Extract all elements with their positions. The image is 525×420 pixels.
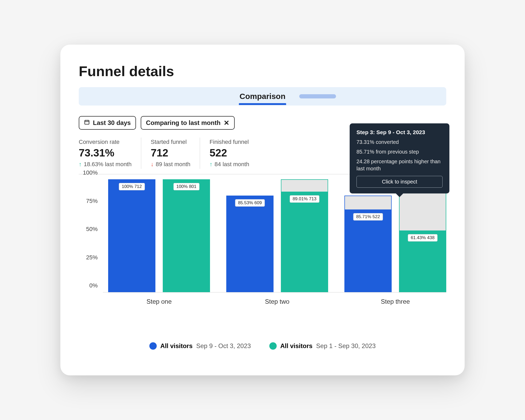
bar-label: 100% 712 xyxy=(119,183,145,190)
legend-item-a[interactable]: All visitors Sep 9 - Oct 3, 2023 xyxy=(149,342,251,350)
bar-label: 100% 801 xyxy=(174,183,200,190)
metric-conversion: Conversion rate 73.31% ↑ 18.63% last mon… xyxy=(79,138,141,169)
legend-b-name: All visitors xyxy=(280,342,313,350)
legend: All visitors Sep 9 - Oct 3, 2023 All vis… xyxy=(79,342,446,350)
ytick-75: 75% xyxy=(86,198,98,204)
close-icon[interactable]: ✕ xyxy=(224,119,229,126)
metric-finished: Finished funnel 522 ↑ 84 last month xyxy=(209,138,259,169)
tooltip-line-3: 24.28 percentage points higher than last… xyxy=(356,158,443,172)
tooltip-line-2: 85.71% from previous step xyxy=(356,148,443,155)
date-range-label: Last 30 days xyxy=(93,119,131,127)
date-range-pill[interactable]: Last 30 days xyxy=(79,116,136,130)
metric-finished-label: Finished funnel xyxy=(209,139,249,145)
metric-started-label: Started funnel xyxy=(151,139,190,145)
metric-started-delta: ↓ 89 last month xyxy=(151,161,190,168)
chart-area: 0% 25% 50% 75% 100% 100% 712 100% 801 xyxy=(79,180,446,321)
metric-finished-value: 522 xyxy=(209,147,249,159)
bar-fill: 85.53% 609 xyxy=(226,196,274,292)
svg-rect-0 xyxy=(85,120,89,124)
step-1-label: Step one xyxy=(146,298,172,305)
bar-label: 85.71% 522 xyxy=(353,213,383,220)
bar-fill: 89.01% 713 xyxy=(281,192,328,292)
arrow-up-icon: ↑ xyxy=(79,161,82,168)
tooltip-line-1: 73.31% converted xyxy=(356,139,443,146)
metric-finished-delta: ↑ 84 last month xyxy=(209,161,249,168)
page-title: Funnel details xyxy=(79,63,446,79)
tooltip-caret-icon xyxy=(396,193,403,197)
bar-label: 85.53% 609 xyxy=(235,199,265,207)
funnel-details-card: Funnel details Comparison Last 30 days C… xyxy=(60,45,465,375)
legend-b-date: Sep 1 - Sep 30, 2023 xyxy=(316,342,376,350)
metric-finished-delta-text: 84 last month xyxy=(214,161,249,168)
ytick-0: 0% xyxy=(89,282,98,289)
metric-started: Started funnel 712 ↓ 89 last month xyxy=(151,138,200,169)
metric-conversion-label: Conversion rate xyxy=(79,139,132,145)
legend-a-name: All visitors xyxy=(160,342,193,350)
bar-fill: 100% 801 xyxy=(163,179,210,292)
metric-conversion-delta: ↑ 18.63% last month xyxy=(79,161,132,168)
bar-fill: 100% 712 xyxy=(108,179,155,292)
bar-label: 61.43% 438 xyxy=(408,234,438,242)
comparison-label: Comparing to last month xyxy=(146,119,220,127)
y-axis: 0% 25% 50% 75% 100% xyxy=(79,180,100,292)
arrow-up-icon: ↑ xyxy=(209,161,212,168)
tab-bar: Comparison xyxy=(79,87,446,106)
legend-swatch-blue xyxy=(149,342,157,350)
tab-comparison-label: Comparison xyxy=(239,92,285,101)
ytick-100: 100% xyxy=(83,169,98,176)
tooltip-title: Step 3: Sep 9 - Oct 3, 2023 xyxy=(356,129,443,135)
plot-area: 100% 712 100% 801 Step one 85.53% 609 xyxy=(103,180,446,292)
metric-started-delta-text: 89 last month xyxy=(156,161,190,168)
metric-started-value: 712 xyxy=(151,147,190,159)
step-2-label: Step two xyxy=(265,298,289,305)
metric-conversion-value: 73.31% xyxy=(79,147,132,159)
ytick-25: 25% xyxy=(86,254,98,261)
tab-comparison[interactable]: Comparison xyxy=(238,88,286,105)
ytick-50: 50% xyxy=(86,226,98,233)
comparison-pill[interactable]: Comparing to last month ✕ xyxy=(141,116,235,130)
metric-conversion-delta-text: 18.63% last month xyxy=(84,161,132,168)
bar-label: 89.01% 713 xyxy=(290,195,319,203)
legend-item-b[interactable]: All visitors Sep 1 - Sep 30, 2023 xyxy=(269,342,376,350)
step-3-label: Step three xyxy=(381,298,410,305)
calendar-icon xyxy=(84,119,90,127)
tab-placeholder[interactable] xyxy=(299,94,336,98)
bar-fill: 85.71% 522 xyxy=(344,209,392,292)
bar-fill: 61.43% 438 xyxy=(399,230,446,292)
inspect-button[interactable]: Click to inspect xyxy=(356,176,443,188)
arrow-down-icon: ↓ xyxy=(151,161,154,168)
legend-a-date: Sep 9 - Oct 3, 2023 xyxy=(196,342,251,350)
tab-underline xyxy=(239,103,286,105)
chart-tooltip: Step 3: Sep 9 - Oct 3, 2023 73.31% conve… xyxy=(350,123,449,193)
legend-swatch-teal xyxy=(269,342,277,350)
